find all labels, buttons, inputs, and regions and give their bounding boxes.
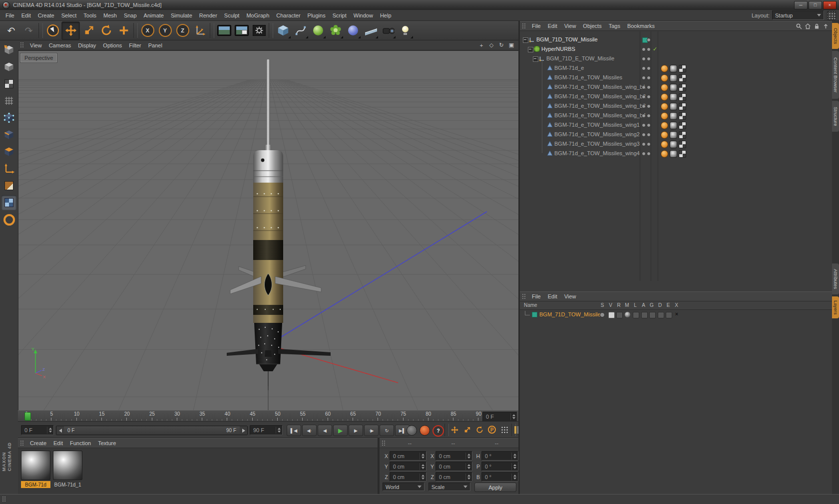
object-name-label[interactable]: BGM-71d_e_TOW_Missiles_wing1 (554, 122, 640, 128)
uvw-tag-icon[interactable] (679, 122, 686, 129)
frame-spinner[interactable]: 0 F (21, 425, 54, 435)
material-tag-icon[interactable] (670, 93, 677, 101)
mesh-object-icon[interactable] (547, 112, 553, 118)
rotate-view-icon[interactable]: ↻ (496, 41, 506, 49)
expander-icon[interactable] (523, 37, 528, 43)
mesh-object-icon[interactable] (547, 122, 553, 128)
row-option-icon[interactable] (658, 312, 664, 318)
range-grip[interactable]: 0 F 90 F (64, 426, 240, 435)
coordinate-system-toggle[interactable] (191, 22, 209, 39)
coordinate-field[interactable]: 0 ° (481, 472, 518, 482)
material-menu-texture[interactable]: Texture (94, 439, 119, 448)
panel-drag-handle[interactable] (20, 42, 24, 48)
pan-view-icon[interactable]: + (476, 41, 486, 49)
row-option-icon[interactable] (633, 312, 639, 318)
key-parameter-toggle[interactable]: P (486, 424, 498, 435)
uvw-tag-icon[interactable] (679, 112, 686, 120)
visibility-dot[interactable] (647, 38, 651, 42)
editor-visibility-dot[interactable] (642, 66, 646, 70)
editor-visibility-dot[interactable] (642, 152, 646, 156)
phong-tag-icon[interactable] (661, 150, 668, 158)
viewport-menu-view[interactable]: View (26, 41, 45, 50)
row-option-icon[interactable] (641, 312, 648, 318)
play-button[interactable]: ▶ (333, 425, 348, 436)
menu-item-snap[interactable]: Snap (120, 11, 140, 20)
add-deformer-button[interactable] (344, 22, 362, 39)
enable-axis-mode-icon[interactable] (1, 161, 16, 176)
previous-frame-button[interactable]: ◀ (318, 425, 332, 436)
menu-item-select[interactable]: Select (58, 11, 80, 20)
object-name-label[interactable]: BGM-71d_e (554, 65, 584, 71)
live-selection-tool[interactable] (44, 22, 61, 39)
material-tag-icon[interactable] (670, 112, 677, 120)
viewport-view-label[interactable]: Perspective (20, 53, 57, 62)
object-name-label[interactable]: BGM-71d_e_TOW_Missiles_wing2 (554, 131, 640, 137)
object-row[interactable]: BGM_71D_TOW_Missile (520, 35, 832, 44)
panel-drag-handle[interactable] (20, 440, 24, 447)
missile-tail-fin[interactable] (227, 349, 258, 356)
editor-visibility-dot[interactable] (642, 104, 646, 108)
missile-ring[interactable] (253, 305, 283, 315)
texture-paint-mode-icon[interactable] (1, 178, 16, 193)
uvw-tag-icon[interactable] (679, 131, 686, 139)
missile-nose-section[interactable] (253, 150, 283, 183)
null-object-icon[interactable] (529, 36, 535, 42)
row-option-icon[interactable] (616, 312, 623, 318)
object-row[interactable]: BGM-71d_e_TOW_Missiles_wing_b4 (520, 111, 832, 120)
next-frame-button[interactable]: ▶ (349, 425, 363, 436)
object-row[interactable]: BGM-71d_e (520, 63, 832, 73)
key-rotation-toggle[interactable] (473, 424, 485, 435)
undo-button[interactable]: ↶ (2, 22, 20, 39)
editor-visibility-dot[interactable] (642, 133, 646, 137)
menu-item-plugins[interactable]: Plugins (304, 11, 329, 20)
timeline-ruler[interactable]: 051015202530354045505560657075808590 0 F (18, 410, 518, 422)
object-row[interactable]: BGM-71d_e_TOW_Missiles (520, 73, 832, 82)
missile-model[interactable] (227, 59, 331, 386)
row-material-icon[interactable] (625, 312, 630, 317)
viewport-perspective[interactable]: Perspective (18, 50, 519, 411)
object-name-label[interactable]: BGM_71D_TOW_Missile (539, 311, 601, 317)
object-row[interactable]: BGM-71d_e_TOW_Missiles_wing2 (520, 130, 832, 139)
current-frame-marker[interactable] (24, 412, 31, 421)
current-frame-spinner[interactable]: 0 F (482, 412, 517, 422)
tab-attributes[interactable]: Attributes (832, 263, 839, 294)
panel-drag-handle[interactable] (2, 496, 6, 503)
material-tag-icon[interactable] (670, 141, 677, 148)
expander-icon[interactable] (528, 47, 533, 52)
add-mograph-button[interactable] (327, 22, 344, 39)
tab-layers[interactable]: Layers (832, 296, 839, 318)
menu-item-mograph[interactable]: MoGraph (243, 11, 273, 20)
render-visibility-dot[interactable] (647, 47, 651, 51)
viewport-menu-panel[interactable]: Panel (145, 41, 166, 50)
range-left-arrow[interactable] (56, 426, 64, 435)
uvw-tag-icon[interactable] (679, 150, 686, 158)
missile-upper-body[interactable] (253, 183, 283, 240)
row-option-icon[interactable] (649, 312, 656, 318)
menu-item-sculpt[interactable]: Sculpt (221, 11, 243, 20)
missile-tail-section[interactable] (254, 323, 282, 364)
missile-tail-fin[interactable] (265, 350, 272, 357)
texture-axis-mode-icon[interactable] (1, 195, 16, 210)
last-used-tool[interactable] (115, 22, 132, 39)
phong-tag-icon[interactable] (661, 65, 668, 72)
loop-button[interactable]: ↻ (380, 425, 394, 436)
uvw-tag-icon[interactable] (679, 65, 686, 72)
material-tag-icon[interactable] (670, 150, 677, 158)
menu-item-file[interactable]: File (2, 11, 18, 20)
editor-visibility-dot[interactable] (642, 85, 646, 89)
transform-mode-dropdown[interactable]: Scale (428, 483, 470, 491)
add-generator-button[interactable] (309, 22, 327, 39)
object-row[interactable]: HyperNURBS✓ (520, 44, 832, 54)
add-spline-button[interactable] (292, 22, 309, 39)
editor-visibility-dot[interactable] (642, 76, 646, 80)
next-key-button[interactable]: ·▶ (364, 425, 379, 436)
object-row[interactable]: BGM-71d_e_TOW_Missiles_wing1 (520, 120, 832, 130)
viewport-menu-cameras[interactable]: Cameras (45, 41, 75, 50)
uvw-tag-icon[interactable] (679, 74, 686, 82)
minimize-button[interactable]: ─ (794, 1, 808, 9)
missile-dark-band[interactable] (253, 240, 283, 260)
close-button[interactable]: × (823, 1, 837, 9)
material-tag-icon[interactable] (670, 84, 677, 91)
mesh-object-icon[interactable] (547, 150, 553, 156)
object-list-menu-file[interactable]: File (528, 292, 544, 301)
